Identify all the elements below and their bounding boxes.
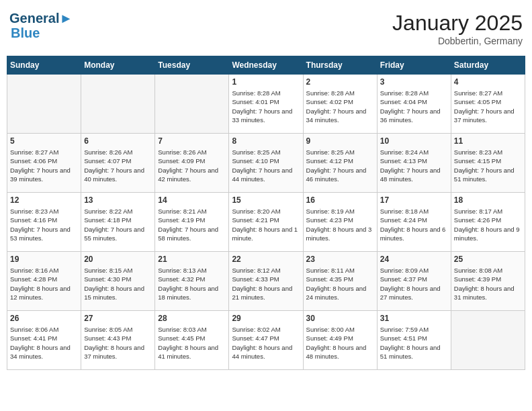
calendar-cell: 6 Sunrise: 8:26 AM Sunset: 4:07 PM Dayli… [81,134,155,193]
calendar-week-row: 5 Sunrise: 8:27 AM Sunset: 4:06 PM Dayli… [7,134,525,193]
day-number: 6 [84,136,152,146]
day-number: 21 [158,255,226,264]
calendar-cell: 7 Sunrise: 8:26 AM Sunset: 4:09 PM Dayli… [155,134,229,193]
day-number: 7 [158,136,226,146]
weekday-header-cell: Wednesday [229,56,303,75]
title-area: January 2025 Dobbertin, Germany [392,11,523,46]
cell-content: Sunrise: 8:28 AM Sunset: 4:01 PM Dayligh… [232,89,300,124]
calendar-cell: 28 Sunrise: 8:03 AM Sunset: 4:45 PM Dayl… [155,311,229,370]
calendar-cell: 1 Sunrise: 8:28 AM Sunset: 4:01 PM Dayli… [229,75,303,134]
cell-content: Sunrise: 8:15 AM Sunset: 4:30 PM Dayligh… [84,266,152,302]
month-title: January 2025 [392,11,523,36]
location: Dobbertin, Germany [392,36,523,46]
day-number: 16 [306,195,374,205]
day-number: 11 [454,136,522,146]
calendar-week-row: 1 Sunrise: 8:28 AM Sunset: 4:01 PM Dayli… [7,75,525,134]
cell-content: Sunrise: 8:18 AM Sunset: 4:24 PM Dayligh… [380,207,448,242]
calendar-cell: 27 Sunrise: 8:05 AM Sunset: 4:43 PM Dayl… [81,311,155,370]
day-number: 14 [158,195,226,205]
calendar-cell: 3 Sunrise: 8:28 AM Sunset: 4:04 PM Dayli… [377,75,451,134]
calendar-cell [81,75,155,134]
day-number: 4 [454,77,522,87]
calendar-cell: 17 Sunrise: 8:18 AM Sunset: 4:24 PM Dayl… [377,193,451,252]
cell-content: Sunrise: 8:20 AM Sunset: 4:21 PM Dayligh… [232,207,300,242]
cell-content: Sunrise: 8:26 AM Sunset: 4:09 PM Dayligh… [158,148,226,183]
logo-text: General► [9,11,73,26]
calendar-cell: 19 Sunrise: 8:16 AM Sunset: 4:28 PM Dayl… [7,252,81,311]
day-number: 25 [454,255,522,264]
calendar-cell [451,311,525,370]
day-number: 5 [10,136,78,146]
cell-content: Sunrise: 8:13 AM Sunset: 4:32 PM Dayligh… [158,266,226,302]
calendar-cell: 29 Sunrise: 8:02 AM Sunset: 4:47 PM Dayl… [229,311,303,370]
cell-content: Sunrise: 8:16 AM Sunset: 4:28 PM Dayligh… [10,266,78,302]
calendar-body: 1 Sunrise: 8:28 AM Sunset: 4:01 PM Dayli… [7,75,525,370]
cell-content: Sunrise: 8:19 AM Sunset: 4:23 PM Dayligh… [306,207,374,242]
calendar-week-row: 12 Sunrise: 8:23 AM Sunset: 4:16 PM Dayl… [7,193,525,252]
day-number: 17 [380,195,448,205]
cell-content: Sunrise: 8:23 AM Sunset: 4:16 PM Dayligh… [10,207,78,242]
cell-content: Sunrise: 8:28 AM Sunset: 4:02 PM Dayligh… [306,89,374,124]
day-number: 1 [232,77,300,87]
cell-content: Sunrise: 8:12 AM Sunset: 4:33 PM Dayligh… [232,266,300,302]
day-number: 10 [380,136,448,146]
calendar-cell: 26 Sunrise: 8:06 AM Sunset: 4:41 PM Dayl… [7,311,81,370]
day-number: 13 [84,195,152,205]
calendar-cell: 4 Sunrise: 8:27 AM Sunset: 4:05 PM Dayli… [451,75,525,134]
day-number: 19 [10,255,78,264]
day-number: 24 [380,255,448,264]
day-number: 22 [232,255,300,264]
calendar-cell: 11 Sunrise: 8:23 AM Sunset: 4:15 PM Dayl… [451,134,525,193]
cell-content: Sunrise: 8:28 AM Sunset: 4:04 PM Dayligh… [380,89,448,124]
day-number: 27 [84,314,152,323]
calendar-cell: 16 Sunrise: 8:19 AM Sunset: 4:23 PM Dayl… [303,193,377,252]
cell-content: Sunrise: 8:00 AM Sunset: 4:49 PM Dayligh… [306,325,374,361]
cell-content: Sunrise: 8:27 AM Sunset: 4:06 PM Dayligh… [10,148,78,183]
weekday-header-cell: Saturday [451,56,525,75]
calendar-cell: 22 Sunrise: 8:12 AM Sunset: 4:33 PM Dayl… [229,252,303,311]
calendar-cell: 21 Sunrise: 8:13 AM Sunset: 4:32 PM Dayl… [155,252,229,311]
day-number: 31 [380,314,448,323]
calendar-cell: 2 Sunrise: 8:28 AM Sunset: 4:02 PM Dayli… [303,75,377,134]
cell-content: Sunrise: 8:21 AM Sunset: 4:19 PM Dayligh… [158,207,226,242]
page-header: General► Blue January 2025 Dobbertin, Ge… [7,7,525,50]
weekday-header-cell: Tuesday [155,56,229,75]
calendar-cell: 23 Sunrise: 8:11 AM Sunset: 4:35 PM Dayl… [303,252,377,311]
day-number: 2 [306,77,374,87]
cell-content: Sunrise: 8:23 AM Sunset: 4:15 PM Dayligh… [454,148,522,183]
calendar-cell: 30 Sunrise: 8:00 AM Sunset: 4:49 PM Dayl… [303,311,377,370]
calendar-cell [155,75,229,134]
calendar-table: SundayMondayTuesdayWednesdayThursdayFrid… [7,56,525,370]
cell-content: Sunrise: 8:09 AM Sunset: 4:37 PM Dayligh… [380,266,448,302]
cell-content: Sunrise: 8:26 AM Sunset: 4:07 PM Dayligh… [84,148,152,183]
day-number: 8 [232,136,300,146]
calendar-week-row: 26 Sunrise: 8:06 AM Sunset: 4:41 PM Dayl… [7,311,525,370]
logo-blue: Blue [11,26,73,40]
day-number: 3 [380,77,448,87]
calendar-cell: 25 Sunrise: 8:08 AM Sunset: 4:39 PM Dayl… [451,252,525,311]
calendar-cell: 24 Sunrise: 8:09 AM Sunset: 4:37 PM Dayl… [377,252,451,311]
calendar-cell: 12 Sunrise: 8:23 AM Sunset: 4:16 PM Dayl… [7,193,81,252]
day-number: 20 [84,255,152,264]
cell-content: Sunrise: 8:22 AM Sunset: 4:18 PM Dayligh… [84,207,152,242]
cell-content: Sunrise: 8:05 AM Sunset: 4:43 PM Dayligh… [84,325,152,361]
calendar-cell: 31 Sunrise: 7:59 AM Sunset: 4:51 PM Dayl… [377,311,451,370]
day-number: 26 [10,314,78,323]
day-number: 12 [10,195,78,205]
calendar-cell: 20 Sunrise: 8:15 AM Sunset: 4:30 PM Dayl… [81,252,155,311]
weekday-header-cell: Thursday [303,56,377,75]
cell-content: Sunrise: 8:25 AM Sunset: 4:12 PM Dayligh… [306,148,374,183]
calendar-cell: 8 Sunrise: 8:25 AM Sunset: 4:10 PM Dayli… [229,134,303,193]
weekday-header-cell: Sunday [7,56,81,75]
calendar-cell: 13 Sunrise: 8:22 AM Sunset: 4:18 PM Dayl… [81,193,155,252]
cell-content: Sunrise: 8:08 AM Sunset: 4:39 PM Dayligh… [454,266,522,302]
day-number: 15 [232,195,300,205]
cell-content: Sunrise: 8:11 AM Sunset: 4:35 PM Dayligh… [306,266,374,302]
day-number: 18 [454,195,522,205]
cell-content: Sunrise: 8:17 AM Sunset: 4:26 PM Dayligh… [454,207,522,242]
day-number: 30 [306,314,374,323]
day-number: 28 [158,314,226,323]
calendar-cell: 14 Sunrise: 8:21 AM Sunset: 4:19 PM Dayl… [155,193,229,252]
cell-content: Sunrise: 8:24 AM Sunset: 4:13 PM Dayligh… [380,148,448,183]
calendar-cell: 10 Sunrise: 8:24 AM Sunset: 4:13 PM Dayl… [377,134,451,193]
